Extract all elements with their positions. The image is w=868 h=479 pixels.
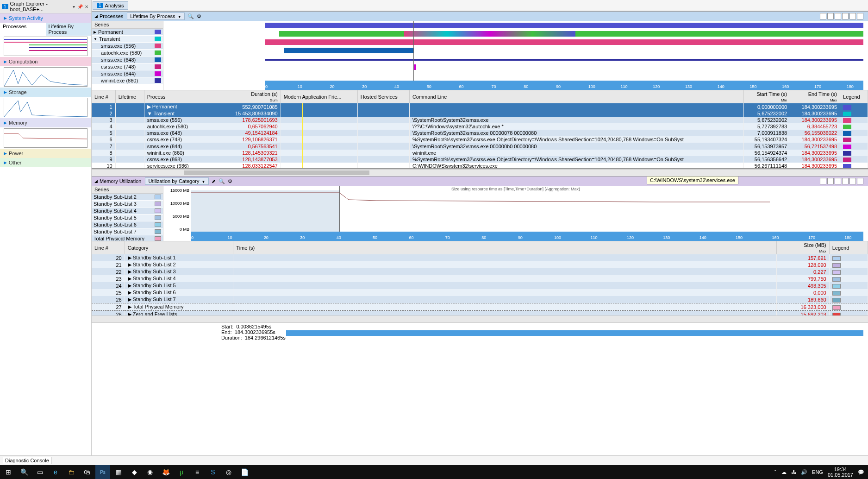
memory-chart[interactable]: Size using resource time as [Time,Time+D… <box>163 186 868 241</box>
memory-row[interactable]: 22▶ Standby Sub-List 30,227 <box>92 268 868 275</box>
memory-thumbnail[interactable] <box>4 128 87 148</box>
section-subtitle-dropdown[interactable]: Lifetime By Process ▼ <box>127 13 184 20</box>
view-table-button[interactable] <box>835 13 841 19</box>
tab-analysis[interactable]: 1 Analysis <box>93 1 128 10</box>
col-line[interactable]: Line # <box>92 241 125 254</box>
diagnostic-console-button[interactable]: Diagnostic Console <box>3 457 51 464</box>
edge-icon[interactable]: e <box>48 465 63 479</box>
start-button[interactable]: ⊞ <box>1 465 16 479</box>
process-series-list[interactable]: ▶Permanent▼Transientsmss.exe (556)autoch… <box>92 29 163 90</box>
tray-onedrive-icon[interactable]: ☁ <box>781 469 787 475</box>
store-icon[interactable]: 🛍 <box>80 465 94 479</box>
col-cmd[interactable]: Command Line <box>409 90 743 103</box>
col-legend[interactable]: Legend <box>840 90 868 103</box>
close-icon[interactable]: ✕ <box>84 3 89 10</box>
process-row[interactable]: 6csrss.exe (748)129,106826371%SystemRoot… <box>92 136 868 143</box>
app-icon-1[interactable]: ▦ <box>111 465 126 479</box>
series-item[interactable]: ▼Transient <box>92 36 163 43</box>
maximize-button[interactable] <box>849 178 856 184</box>
app-icon-2[interactable]: ◆ <box>127 465 142 479</box>
category-other[interactable]: ▶ Other <box>0 158 91 167</box>
process-row[interactable]: 2▼ Transient15 453,8093340905,6752320021… <box>92 110 868 117</box>
process-row[interactable]: 8wininit.exe (860)128,145309321wininit.e… <box>92 150 868 156</box>
gear-icon[interactable]: ⚙ <box>197 13 201 19</box>
utorrent-icon[interactable]: µ <box>174 465 189 479</box>
app-icon-4[interactable]: ◎ <box>221 465 236 479</box>
view-chart-button[interactable] <box>820 178 826 184</box>
process-table-wrap[interactable]: Line # Lifetime Process Duration (s)Sum … <box>92 90 868 169</box>
search-icon[interactable]: 🔍 <box>219 178 225 184</box>
series-item[interactable]: Standby Sub-List 6 <box>92 221 163 228</box>
category-power[interactable]: ▶ Power <box>0 149 91 158</box>
category-computation[interactable]: ▶ Computation <box>0 57 91 66</box>
memory-series-list[interactable]: Standby Sub-List 2Standby Sub-List 3Stan… <box>92 194 163 241</box>
view-split-button[interactable] <box>827 13 834 19</box>
series-item[interactable]: wininit.exe (860) <box>92 77 163 84</box>
col-maf[interactable]: Modern Application Frie... <box>281 90 357 103</box>
series-item[interactable]: Standby Sub-List 2 <box>92 194 163 201</box>
view-split-button[interactable] <box>827 178 834 184</box>
subtab-lifetime[interactable]: Lifetime By Process <box>46 23 92 36</box>
pin-icon[interactable]: 📌 <box>77 3 83 10</box>
app-icon-5[interactable]: 📄 <box>237 465 252 479</box>
series-item[interactable]: autochk.exe (580) <box>92 50 163 57</box>
chrome-icon[interactable]: ◉ <box>143 465 157 479</box>
col-category[interactable]: Category <box>125 241 233 254</box>
explorer-icon[interactable]: 🗀 <box>64 465 79 479</box>
tray-chevron-icon[interactable]: ˄ <box>774 469 777 475</box>
memory-row[interactable]: 26▶ Standby Sub-List 7189,660 <box>92 296 868 303</box>
firefox-icon[interactable]: 🦊 <box>158 465 173 479</box>
series-item[interactable]: Standby Sub-List 4 <box>92 208 163 214</box>
col-hosted[interactable]: Hosted Services <box>357 90 409 103</box>
process-row[interactable]: 10services.exe (936)128,033122547C:\WIND… <box>92 163 868 169</box>
col-time[interactable]: Time (s) <box>233 241 776 254</box>
memory-row[interactable]: 20▶ Standby Sub-List 1157,691 <box>92 254 868 261</box>
process-row[interactable]: 7smss.exe (844)0,567563541\SystemRoot\Sy… <box>92 143 868 149</box>
memory-row[interactable]: 21▶ Standby Sub-List 2128,090 <box>92 261 868 268</box>
search-button[interactable]: 🔍 <box>17 465 31 479</box>
tray-volume-icon[interactable]: 🔊 <box>801 469 807 475</box>
dropdown-icon[interactable]: ▾ <box>71 3 77 10</box>
minimize-button[interactable] <box>842 13 849 19</box>
process-row[interactable]: 1▶ Permanent552,9007010850,000000000184,… <box>92 103 868 110</box>
close-section-button[interactable] <box>857 178 863 184</box>
series-item[interactable]: smss.exe (556) <box>92 43 163 50</box>
category-system-activity[interactable]: ▶ System Activity <box>0 13 91 23</box>
col-process[interactable]: Process <box>144 90 222 103</box>
memory-row[interactable]: 25▶ Standby Sub-List 60,000 <box>92 289 868 296</box>
tray-notifications-icon[interactable]: 💬 <box>858 469 864 475</box>
section-subtitle-dropdown[interactable]: Utilization by Category ▼ <box>145 177 208 185</box>
process-hscroll[interactable] <box>92 169 868 176</box>
series-item[interactable]: smss.exe (844) <box>92 70 163 77</box>
computation-thumbnail[interactable] <box>4 67 87 87</box>
col-legend[interactable]: Legend <box>829 241 868 254</box>
memory-row[interactable]: 28▶ Zero and Free Lists15 692,203 <box>92 311 868 316</box>
minimize-button[interactable] <box>842 178 849 184</box>
col-lifetime[interactable]: Lifetime <box>115 90 144 103</box>
memory-row[interactable]: 23▶ Standby Sub-List 4799,750 <box>92 275 868 282</box>
popup-icon[interactable]: ⬈ <box>212 178 216 184</box>
tray-clock[interactable]: 19:34 01.05.2017 <box>828 466 853 478</box>
process-row[interactable]: 3smss.exe (556)178,625001693\SystemRoot\… <box>92 117 868 123</box>
maximize-button[interactable] <box>849 13 856 19</box>
category-memory[interactable]: ▶ Memory <box>0 118 91 127</box>
collapse-icon[interactable]: ◢ <box>94 179 98 183</box>
series-item[interactable]: Standby Sub-List 3 <box>92 201 163 208</box>
col-size[interactable]: Size (MB)Max <box>776 241 829 254</box>
col-line[interactable]: Line # <box>92 90 115 103</box>
series-item[interactable]: smss.exe (648) <box>92 57 163 63</box>
series-item[interactable]: ▶Permanent <box>92 29 163 36</box>
series-item[interactable]: Standby Sub-List 5 <box>92 214 163 221</box>
search-icon[interactable]: 🔍 <box>187 13 194 19</box>
process-timeline-chart[interactable]: 0102030405060708090100110120130140150160… <box>163 21 868 90</box>
global-timeline[interactable]: Start: 0.0036215495s End: 184.3002336955… <box>92 322 868 341</box>
view-chart-button[interactable] <box>820 13 826 19</box>
series-item[interactable]: Standby Sub-List 7 <box>92 228 163 235</box>
col-duration[interactable]: Duration (s)Sum <box>222 90 281 103</box>
storage-thumbnail[interactable] <box>4 98 87 117</box>
category-storage[interactable]: ▶ Storage <box>0 88 91 97</box>
memory-row[interactable]: 27▶ Total Physical Memory16 323,000 <box>92 303 868 311</box>
memory-table-wrap[interactable]: Line # Category Time (s) Size (MB)Max Le… <box>92 241 868 315</box>
process-row[interactable]: 9csrss.exe (868)128,143877053%SystemRoot… <box>92 156 868 163</box>
gear-icon[interactable]: ⚙ <box>228 178 232 184</box>
